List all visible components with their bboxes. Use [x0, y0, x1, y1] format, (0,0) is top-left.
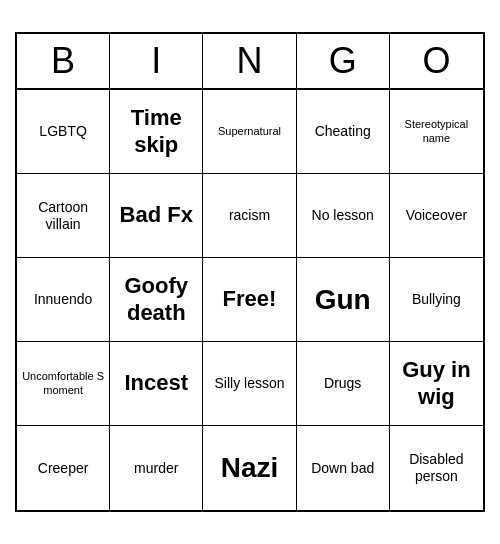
bingo-grid: LGBTQTime skipSupernaturalCheatingStereo…: [17, 90, 483, 510]
bingo-cell[interactable]: Guy in wig: [390, 342, 483, 426]
bingo-header: BINGO: [17, 34, 483, 90]
bingo-cell[interactable]: Drugs: [297, 342, 390, 426]
bingo-cell[interactable]: Stereotypical name: [390, 90, 483, 174]
header-letter: B: [17, 34, 110, 88]
bingo-cell[interactable]: Innuendo: [17, 258, 110, 342]
bingo-cell[interactable]: Silly lesson: [203, 342, 296, 426]
bingo-cell[interactable]: Bullying: [390, 258, 483, 342]
bingo-cell[interactable]: No lesson: [297, 174, 390, 258]
bingo-cell[interactable]: Voiceover: [390, 174, 483, 258]
header-letter: I: [110, 34, 203, 88]
bingo-cell[interactable]: Bad Fx: [110, 174, 203, 258]
bingo-cell[interactable]: Time skip: [110, 90, 203, 174]
bingo-cell[interactable]: Creeper: [17, 426, 110, 510]
bingo-cell[interactable]: Incest: [110, 342, 203, 426]
bingo-cell[interactable]: Nazi: [203, 426, 296, 510]
bingo-cell[interactable]: Gun: [297, 258, 390, 342]
bingo-cell[interactable]: Disabled person: [390, 426, 483, 510]
bingo-card: BINGO LGBTQTime skipSupernaturalCheating…: [15, 32, 485, 512]
header-letter: O: [390, 34, 483, 88]
bingo-cell[interactable]: Supernatural: [203, 90, 296, 174]
bingo-cell[interactable]: LGBTQ: [17, 90, 110, 174]
bingo-cell[interactable]: Cartoon villain: [17, 174, 110, 258]
bingo-cell[interactable]: Uncomfortable S moment: [17, 342, 110, 426]
bingo-cell[interactable]: Down bad: [297, 426, 390, 510]
bingo-cell[interactable]: Goofy death: [110, 258, 203, 342]
bingo-cell[interactable]: Cheating: [297, 90, 390, 174]
header-letter: G: [297, 34, 390, 88]
bingo-cell[interactable]: Free!: [203, 258, 296, 342]
bingo-cell[interactable]: murder: [110, 426, 203, 510]
header-letter: N: [203, 34, 296, 88]
bingo-cell[interactable]: racism: [203, 174, 296, 258]
